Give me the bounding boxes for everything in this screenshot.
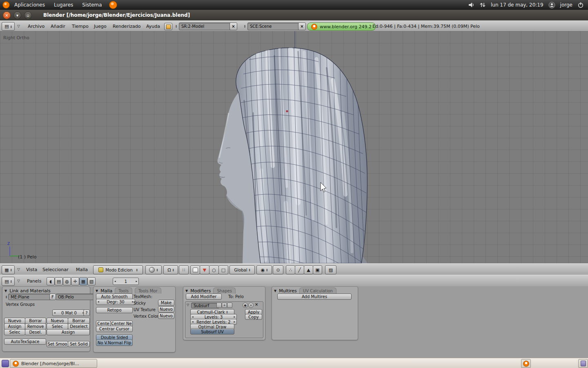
blender-org-button[interactable]: www.blender.org 249.2 [307,22,376,31]
tab-tools[interactable]: Tools [115,287,132,294]
script-context-button[interactable]: ▤ [55,277,63,285]
fake-user-button[interactable]: F [49,294,56,300]
distributor-logo-icon[interactable] [2,1,10,9]
panel-header[interactable]: ▼ Modifiers Shapes [185,287,236,294]
collapse-menu-icon-3d[interactable]: ▽ [17,267,20,272]
mesh-name-field[interactable]: ME:Plane [8,294,54,300]
user-name[interactable]: jorge [560,2,572,8]
tray-trash-icon[interactable] [578,359,588,368]
modifier-collapse-icon[interactable]: ▽ [187,303,189,307]
object-name-field[interactable]: OB:Pelo [56,294,94,300]
viewport-3d[interactable]: Z Right Ortho (1 ) Pelo [0,31,588,263]
panel-collapse-icon[interactable]: ▼ [185,289,188,293]
modifier-editmode-icon[interactable] [227,303,232,308]
add-modifier-button[interactable]: Add Modifier [186,294,222,300]
editing-context-button[interactable]: ▦ [79,277,87,285]
manipulator-scale-button[interactable]: □ [218,265,228,274]
menu-archivo[interactable]: Archivo [28,24,45,29]
edge-select-button[interactable]: ╱ [295,265,304,274]
vgroup-assign-button[interactable]: Assign [4,323,25,330]
panel-collapse-icon[interactable]: ▼ [4,289,7,293]
manipulator-toggle-button[interactable] [190,265,200,274]
modifier-down-icon[interactable]: ▾ [248,303,254,308]
degr-stepper[interactable]: ◂Degr: 30▸ [96,299,135,305]
autotexspace-button[interactable]: AutoTexSpace [4,339,46,345]
vertex-color-new-button[interactable]: Nuevo [158,313,174,319]
screen-layout-icon[interactable] [164,23,172,30]
menu-ayuda[interactable]: Ayuda [146,24,160,29]
menu-tiempo[interactable]: Tiempo [72,24,89,29]
collapse-menu-icon-buttons[interactable]: ▽ [17,279,20,283]
menu-lugares[interactable]: Lugares [49,0,78,10]
no-vnormal-flip-button[interactable]: No V.Normal Flip [96,340,133,346]
proportional-edit-button[interactable]: ⊙ [273,265,283,274]
user-icon[interactable] [548,2,555,9]
manipulator-rotate-button[interactable]: ○ [209,265,219,274]
manipulator-translate-button[interactable]: ▼ [200,265,209,274]
power-icon[interactable] [577,2,584,8]
show-desktop-icon[interactable] [2,360,9,367]
panel-collapse-icon[interactable]: ▼ [274,289,276,293]
shade-window-icon[interactable]: ▾ [13,11,21,19]
snap-target-button[interactable]: ∷ [179,265,189,274]
screen-name-field[interactable]: SR:2-Model [179,22,234,30]
modifier-name-field[interactable]: Subsurf [191,303,220,308]
vgroup-select-button[interactable]: Selec [4,329,25,335]
scene-delete-button[interactable]: × [298,22,306,30]
uv-texture-new-button[interactable]: Nuevo [158,306,174,312]
scene-stepper[interactable]: ▴▾ [244,25,245,28]
volume-icon[interactable] [468,2,474,8]
set-solid-button[interactable]: Set Solid [68,341,90,347]
mode-dropdown[interactable]: Modo Edicion ▴▾ [93,265,143,274]
panels-label[interactable]: Panels [27,278,41,284]
minimize-window-icon[interactable]: ▫ [24,11,32,19]
panel-header[interactable]: ▼ Multires UV Calculation [274,287,336,294]
editor-type-button-buttons[interactable]: ▤ ▴▾ [2,277,15,286]
scene-name-field[interactable]: SCE:Scene [247,22,302,30]
menu-renderizado[interactable]: Renderizado [113,24,140,29]
screen-stepper[interactable]: ▴▾ [176,25,177,28]
ubuntu-help-icon[interactable] [109,1,117,9]
sticky-make-button[interactable]: Make [158,300,174,306]
snap-dropdown[interactable]: Ω ▴▾ [163,265,178,274]
object-context-button[interactable]: ✛ [71,277,79,285]
tab-shapes[interactable]: Shapes [213,287,236,294]
menu-malla[interactable]: Malla [76,267,88,272]
panel-collapse-icon[interactable]: ▼ [96,289,98,293]
occlude-geometry-button[interactable]: ▣ [313,265,322,274]
menu-sistema[interactable]: Sistema [78,0,106,10]
panel-header[interactable]: ▼ Link and Materials [4,287,51,294]
vgroup-new-button[interactable]: Nuevo [4,318,25,324]
editor-type-button-3d[interactable]: ▦ ▴▾ [2,265,15,274]
material-deselect-button[interactable]: Deselect [68,323,90,330]
network-updown-icon[interactable] [479,2,486,8]
render-preview-button[interactable]: ▨ [325,265,336,274]
close-window-icon[interactable]: × [3,11,11,19]
menu-seleccionar[interactable]: Seleccionar [42,267,69,272]
screen-delete-button[interactable]: × [229,22,237,30]
material-index-stepper[interactable]: ◂0 Mat 0▸ [52,310,86,316]
vgroup-delete-button[interactable]: Borrar [25,318,46,324]
material-new-button[interactable]: Nuevo [47,318,68,324]
frame-number-stepper[interactable]: ◂ 1 ▸ [113,278,139,285]
vertex-select-button[interactable]: ∴ [286,265,295,274]
menu-vista[interactable]: Vista [26,267,37,272]
modifier-render-icon[interactable] [216,303,222,308]
frame-next-icon[interactable]: ▸ [136,280,137,283]
editor-type-button[interactable]: ▤ ▴▾ [2,22,15,31]
shading-context-button[interactable]: ◍ [63,277,71,285]
mesh-browse-stepper[interactable]: ▴▾ [6,295,7,298]
drawmode-dropdown[interactable]: ▴▾ [145,265,162,274]
menu-aplicaciones[interactable]: Aplicaciones [10,0,49,10]
tab-tools-more[interactable]: Tools Mor [135,287,161,294]
orientation-dropdown[interactable]: Global ▴▾ [229,265,255,274]
modifier-cage-icon[interactable]: ● [243,303,248,308]
vgroup-remove-button[interactable]: Remove [25,323,46,330]
face-select-button[interactable]: ▲ [304,265,313,274]
frame-prev-icon[interactable]: ◂ [114,280,116,283]
centre-cursor-button[interactable]: Centrar Cursor [96,326,133,332]
copy-modifier-button[interactable]: Copy [245,314,262,320]
subsurf-uv-button[interactable]: Subsurf UV [190,329,234,334]
tray-blender-icon[interactable] [521,359,531,368]
panel-header[interactable]: ▼ Malla Tools Tools Mor [96,287,161,294]
